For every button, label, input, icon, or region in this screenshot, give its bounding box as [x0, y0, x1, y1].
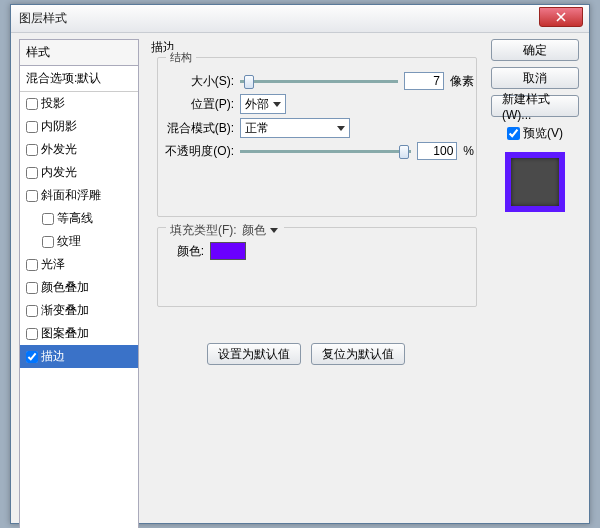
- reset-default-button[interactable]: 复位为默认值: [311, 343, 405, 365]
- style-label: 内发光: [41, 164, 77, 181]
- style-checkbox[interactable]: [26, 167, 38, 179]
- style-checkbox[interactable]: [26, 282, 38, 294]
- style-label: 纹理: [57, 233, 81, 250]
- blendmode-label: 混合模式(B):: [160, 120, 240, 137]
- style-list-header: 样式: [20, 40, 138, 66]
- style-item-内阴影[interactable]: 内阴影: [20, 115, 138, 138]
- structure-group: 结构 大小(S): 像素 位置(P): 外部 混合模式(B):: [157, 57, 477, 217]
- blending-options[interactable]: 混合选项:默认: [20, 66, 138, 92]
- window-title: 图层样式: [19, 10, 67, 27]
- filltype-select[interactable]: 颜色: [240, 220, 280, 240]
- chevron-down-icon: [337, 126, 345, 131]
- size-unit: 像素: [450, 73, 474, 90]
- style-item-投影[interactable]: 投影: [20, 92, 138, 115]
- filltype-label: 填充类型(F):: [170, 223, 237, 237]
- style-item-等高线[interactable]: 等高线: [20, 207, 138, 230]
- style-list: 样式 混合选项:默认 投影内阴影外发光内发光斜面和浮雕等高线纹理光泽颜色叠加渐变…: [19, 39, 139, 528]
- blendmode-value: 正常: [245, 120, 269, 137]
- opacity-label: 不透明度(O):: [160, 143, 240, 160]
- slider-thumb[interactable]: [399, 145, 409, 159]
- style-checkbox[interactable]: [26, 328, 38, 340]
- position-value: 外部: [245, 96, 269, 113]
- style-label: 内阴影: [41, 118, 77, 135]
- size-label: 大小(S):: [160, 73, 240, 90]
- opacity-input[interactable]: [417, 142, 457, 160]
- style-checkbox[interactable]: [26, 190, 38, 202]
- style-checkbox[interactable]: [26, 259, 38, 271]
- style-label: 描边: [41, 348, 65, 365]
- chevron-down-icon: [270, 228, 278, 233]
- preview-checkbox-row[interactable]: 预览(V): [507, 125, 563, 142]
- blendmode-select[interactable]: 正常: [240, 118, 350, 138]
- style-item-外发光[interactable]: 外发光: [20, 138, 138, 161]
- position-select[interactable]: 外部: [240, 94, 286, 114]
- style-item-颜色叠加[interactable]: 颜色叠加: [20, 276, 138, 299]
- style-checkbox[interactable]: [42, 236, 54, 248]
- color-label: 颜色:: [160, 243, 210, 260]
- fill-legend: 填充类型(F): 颜色: [166, 220, 284, 240]
- style-label: 外发光: [41, 141, 77, 158]
- set-default-button[interactable]: 设置为默认值: [207, 343, 301, 365]
- style-checkbox[interactable]: [26, 351, 38, 363]
- position-label: 位置(P):: [160, 96, 240, 113]
- chevron-down-icon: [273, 102, 281, 107]
- cancel-button[interactable]: 取消: [491, 67, 579, 89]
- style-item-斜面和浮雕[interactable]: 斜面和浮雕: [20, 184, 138, 207]
- style-label: 渐变叠加: [41, 302, 89, 319]
- style-checkbox[interactable]: [42, 213, 54, 225]
- style-item-描边[interactable]: 描边: [20, 345, 138, 368]
- titlebar[interactable]: 图层样式: [11, 5, 589, 33]
- structure-legend: 结构: [166, 50, 196, 65]
- style-label: 等高线: [57, 210, 93, 227]
- new-style-button[interactable]: 新建样式(W)...: [491, 95, 579, 117]
- style-label: 光泽: [41, 256, 65, 273]
- size-slider[interactable]: [240, 80, 398, 83]
- style-item-渐变叠加[interactable]: 渐变叠加: [20, 299, 138, 322]
- right-panel: 确定 取消 新建样式(W)... 预览(V): [489, 39, 581, 212]
- close-icon: [556, 12, 566, 22]
- layer-style-dialog: 图层样式 样式 混合选项:默认 投影内阴影外发光内发光斜面和浮雕等高线纹理光泽颜…: [10, 4, 590, 524]
- preview-label: 预览(V): [523, 125, 563, 142]
- slider-thumb[interactable]: [244, 75, 254, 89]
- preview-checkbox[interactable]: [507, 127, 520, 140]
- fill-group: 填充类型(F): 颜色 颜色:: [157, 227, 477, 307]
- style-item-光泽[interactable]: 光泽: [20, 253, 138, 276]
- color-swatch[interactable]: [210, 242, 246, 260]
- filltype-value: 颜色: [242, 222, 266, 239]
- style-item-内发光[interactable]: 内发光: [20, 161, 138, 184]
- style-checkbox[interactable]: [26, 98, 38, 110]
- size-input[interactable]: [404, 72, 444, 90]
- style-checkbox[interactable]: [26, 121, 38, 133]
- ok-button[interactable]: 确定: [491, 39, 579, 61]
- style-item-纹理[interactable]: 纹理: [20, 230, 138, 253]
- dialog-body: 样式 混合选项:默认 投影内阴影外发光内发光斜面和浮雕等高线纹理光泽颜色叠加渐变…: [11, 33, 589, 523]
- style-label: 斜面和浮雕: [41, 187, 101, 204]
- style-checkbox[interactable]: [26, 305, 38, 317]
- close-button[interactable]: [539, 7, 583, 27]
- opacity-slider[interactable]: [240, 150, 411, 153]
- opacity-unit: %: [463, 144, 474, 158]
- style-item-图案叠加[interactable]: 图案叠加: [20, 322, 138, 345]
- style-label: 颜色叠加: [41, 279, 89, 296]
- style-label: 投影: [41, 95, 65, 112]
- defaults-row: 设置为默认值 复位为默认值: [207, 343, 405, 365]
- style-label: 图案叠加: [41, 325, 89, 342]
- preview-swatch: [505, 152, 565, 212]
- style-checkbox[interactable]: [26, 144, 38, 156]
